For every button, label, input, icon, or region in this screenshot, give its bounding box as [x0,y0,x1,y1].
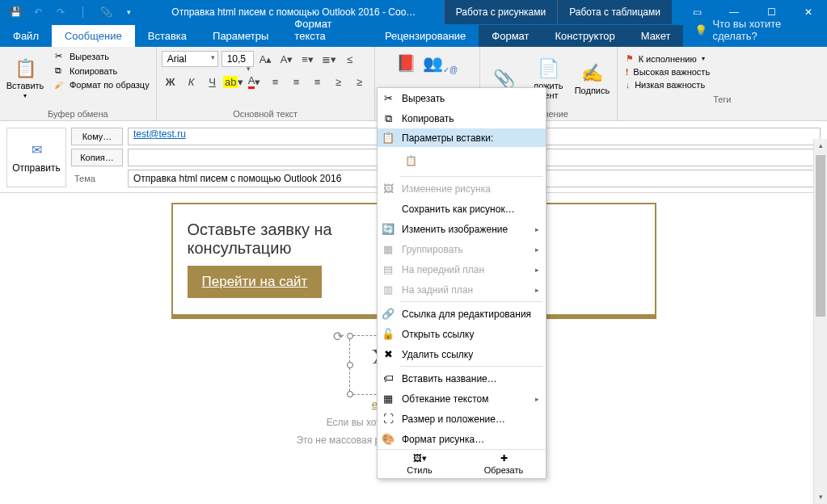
chevron-down-icon: ▾ [23,92,27,99]
ctx-remove-link[interactable]: ✖Удалить ссылку [378,344,546,364]
ctx-edit-link[interactable]: 🔗Ссылка для редактирования [378,304,546,324]
font-family-select[interactable]: Arial [162,51,218,67]
check-names-icon[interactable]: 👥✓@ [423,53,458,74]
grow-font-button[interactable]: A▴ [257,50,275,68]
ctx-send-back: ▥На задний план▸ [378,279,546,300]
paste-option-keep[interactable]: 📋 [400,150,421,171]
shrink-font-button[interactable]: A▾ [278,50,296,68]
indent-button[interactable]: ≥ [330,73,348,90]
ctx-cut[interactable]: ✂Вырезать [378,88,546,108]
redo-button[interactable]: ↷ [50,2,71,23]
ctx-change-image[interactable]: 🔄Изменить изображение▸ [378,219,546,239]
size-icon: ⛶ [381,413,395,425]
signature-icon: ✍ [581,63,603,84]
cc-button[interactable]: Копия… [71,149,123,166]
cut-button[interactable]: ✂Вырезать [50,50,151,62]
address-book-icon[interactable]: 📕 [396,53,416,74]
send-button[interactable]: ✉ Отправить [6,128,66,187]
copy-button[interactable]: ⧉Копировать [50,65,151,77]
tab-file[interactable]: Файл [0,25,52,47]
tab-message[interactable]: Сообщение [52,25,135,47]
bold-button[interactable]: Ж [162,73,179,90]
tab-review[interactable]: Рецензирование [372,25,479,47]
paste-icon: 📋 [15,58,36,79]
chevron-right-icon: ▸ [535,395,539,403]
ctx-bring-forward: ▤На передний план▸ [378,259,546,279]
ctx-text-wrap[interactable]: ▦Обтекание текстом▸ [378,388,546,409]
group-clipboard-label: Буфер обмена [5,107,151,119]
format-painter-button[interactable]: 🖌Формат по образцу [50,79,151,90]
paste-button[interactable]: 📋 Вставить ▾ [5,50,45,107]
chevron-right-icon: ▸ [535,246,539,254]
outdent-button[interactable]: ≤ [341,50,359,68]
menu-separator [400,366,542,367]
numbering-button[interactable]: ≣▾ [320,50,338,68]
mini-toolbar: 🖼▾Стиль ✚Обрезать [378,449,546,478]
indent2-button[interactable]: ≥ [351,73,369,90]
undo-button[interactable]: ↶ [27,2,49,23]
ctx-copy[interactable]: ⧉Копировать [378,108,546,128]
scroll-thumb[interactable] [816,155,825,317]
subject-label: Тема [71,174,123,183]
tab-format[interactable]: Формат [479,25,542,47]
align-left-button[interactable]: ≡ [267,73,285,90]
tab-format-text[interactable]: Формат текста [281,13,372,47]
ctx-insert-caption[interactable]: 🏷Вставить название… [378,368,546,388]
style-button[interactable]: 🖼▾Стиль [378,450,462,478]
paste-label: Вставить [6,81,44,90]
menu-separator [400,301,542,302]
tab-design[interactable]: Конструктор [542,25,628,47]
format-icon: 🎨 [381,433,395,445]
crop-button[interactable]: ✚Обрезать [462,450,546,478]
font-color-button[interactable]: A▾ [246,73,264,90]
high-importance-button[interactable]: !Высокая важность [626,67,819,77]
back-icon: ▥ [381,284,395,296]
ctx-format-picture[interactable]: 🎨Формат рисунка… [378,429,546,449]
ctx-open-link[interactable]: 🔓Открыть ссылку [378,324,546,344]
paperclip-icon: 📎 [493,69,515,90]
group-font-label: Основной текст [162,107,369,119]
group-tags-label: Теги [622,93,822,104]
chevron-right-icon: ▸ [535,286,539,294]
save-button[interactable]: 💾 [5,2,26,23]
flag-icon: ⚑ [626,53,634,64]
resize-handle[interactable] [347,391,353,397]
italic-button[interactable]: К [183,73,200,90]
low-importance-button[interactable]: ↓Низкая важность [626,80,819,90]
scroll-down-icon[interactable]: ▾ [814,490,827,504]
align-center-button[interactable]: ≡ [288,73,306,90]
bulb-icon: 💡 [694,24,707,36]
vertical-scrollbar[interactable]: ▴ ▾ [813,139,827,504]
menu-separator [400,176,542,177]
signature-button[interactable]: ✍Подпись [572,50,611,107]
tell-me-search[interactable]: 💡 Что вы хотите сделать? [683,13,827,47]
align-right-button[interactable]: ≡ [309,73,327,90]
ctx-size-position[interactable]: ⛶Размер и положение… [378,409,546,429]
scroll-up-icon[interactable]: ▴ [814,139,827,153]
font-size-select[interactable]: 10,5 [222,51,254,67]
ctx-save-as-picture[interactable]: Сохранить как рисунок… [378,199,546,219]
qat-more-icon[interactable]: ▾ [118,2,139,23]
rotate-handle-icon[interactable]: ⟳ [333,329,344,344]
context-menu: ✂Вырезать ⧉Копировать 📋Параметры вставки… [377,87,546,479]
tab-options[interactable]: Параметры [200,25,281,47]
attach-icon[interactable]: 📎 [95,2,116,23]
tab-layout[interactable]: Макет [628,25,684,47]
tab-insert[interactable]: Вставка [135,25,200,47]
highlight-button[interactable]: ab▾ [225,73,243,90]
follow-up-button[interactable]: ⚑К исполнению▾ [626,53,819,64]
resize-handle[interactable] [347,333,353,339]
underline-button[interactable]: Ч [204,73,222,90]
resize-handle[interactable] [347,362,353,368]
chevron-right-icon: ▸ [535,266,539,274]
to-button[interactable]: Кому… [71,128,123,145]
brush-icon: 🖌 [52,80,65,90]
contextual-tab-group: Работа с рисунками Работа с таблицами [444,0,672,24]
open-link-icon: 🔓 [381,328,395,340]
bullets-button[interactable]: ≡▾ [299,50,317,68]
scissors-icon: ✂ [52,51,65,61]
cta-link-button[interactable]: Перейти на сайт [188,266,323,298]
cta-title: Оставьте заявку на консультацию [188,220,406,258]
send-icon: ✉ [32,142,42,158]
link-icon: 🔗 [381,308,395,320]
